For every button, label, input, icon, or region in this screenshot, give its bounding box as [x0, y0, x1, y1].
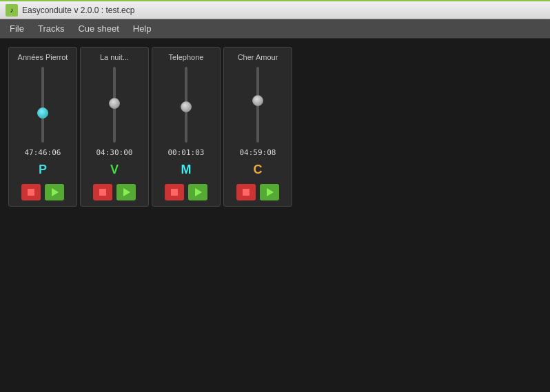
fader-handle-4[interactable] [252, 95, 263, 106]
fader-handle-2[interactable] [109, 98, 120, 109]
stop-icon-1 [28, 189, 34, 196]
track-label-4: C [254, 163, 263, 177]
play-icon-1 [52, 188, 59, 196]
track-controls-1 [21, 184, 64, 200]
stop-button-1[interactable] [21, 184, 41, 200]
stop-icon-2 [99, 189, 106, 196]
track-title-2: La nuit... [85, 53, 144, 61]
fader-3[interactable] [179, 67, 193, 143]
title-bar: ♪ Easyconduite v 2.0.0 : test.ecp [0, 0, 550, 19]
track-controls-3 [165, 184, 207, 200]
track-label-2: V [110, 163, 119, 177]
main-content: Années Pierrot 47:46:06 P La nuit... 04:… [0, 39, 550, 392]
track-card-1: Années Pierrot 47:46:06 P [8, 47, 77, 207]
app-icon: ♪ [6, 4, 18, 17]
play-button-4[interactable] [260, 184, 279, 200]
track-label-3: M [181, 163, 192, 177]
track-title-3: Telephone [156, 53, 216, 61]
play-button-3[interactable] [188, 184, 207, 200]
fader-4[interactable] [251, 67, 265, 143]
stop-button-4[interactable] [236, 184, 256, 200]
fader-2[interactable] [108, 67, 121, 143]
app-title: Easyconduite v 2.0.0 : test.ecp [22, 6, 134, 15]
track-controls-2 [93, 184, 136, 200]
menu-help[interactable]: Help [126, 21, 159, 37]
track-title-1: Années Pierrot [13, 53, 72, 61]
stop-button-3[interactable] [165, 184, 184, 200]
stop-button-2[interactable] [93, 184, 112, 200]
fader-handle-3[interactable] [181, 101, 192, 112]
track-card-2: La nuit... 04:30:00 V [80, 47, 149, 207]
track-time-2: 04:30:00 [96, 148, 133, 157]
track-time-1: 47:46:06 [25, 148, 61, 157]
track-controls-4 [236, 184, 279, 200]
stop-icon-4 [243, 189, 249, 196]
track-card-3: Telephone 00:01:03 M [152, 47, 221, 207]
track-time-3: 00:01:03 [168, 148, 205, 157]
play-icon-4 [267, 188, 274, 196]
menu-file[interactable]: File [3, 21, 31, 37]
fader-1[interactable] [36, 67, 50, 143]
play-button-2[interactable] [116, 184, 136, 200]
track-time-4: 04:59:08 [240, 148, 276, 157]
menu-bar: File Tracks Cue sheet Help [0, 19, 550, 39]
fader-track-1 [41, 67, 44, 143]
play-button-1[interactable] [45, 184, 64, 200]
play-icon-3 [195, 188, 202, 196]
play-icon-2 [123, 188, 130, 196]
track-title-4: Cher Amour [228, 53, 287, 61]
tracks-container: Années Pierrot 47:46:06 P La nuit... 04:… [6, 44, 544, 209]
track-label-1: P [39, 163, 47, 177]
menu-cue-sheet[interactable]: Cue sheet [71, 21, 125, 37]
fader-handle-1[interactable] [37, 107, 48, 118]
stop-icon-3 [171, 189, 178, 196]
track-card-4: Cher Amour 04:59:08 C [223, 47, 292, 207]
menu-tracks[interactable]: Tracks [31, 21, 72, 37]
